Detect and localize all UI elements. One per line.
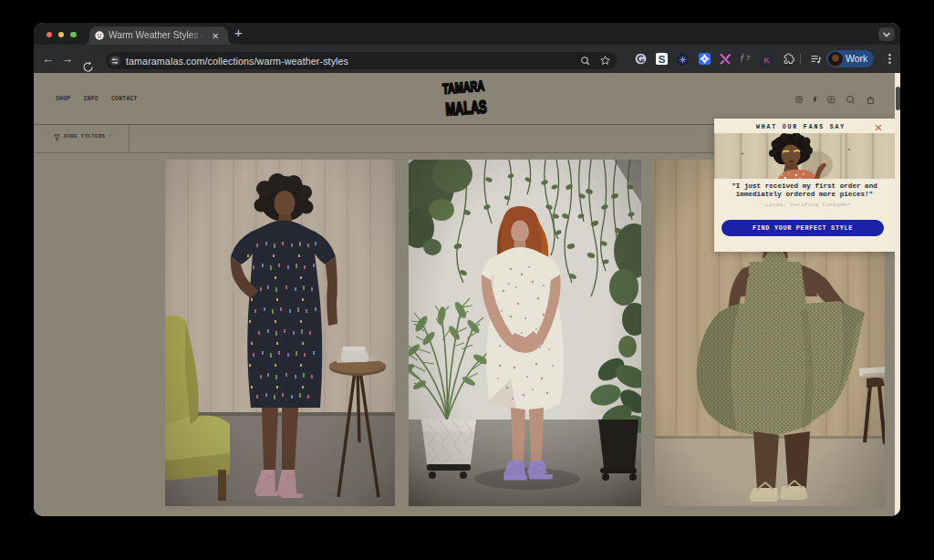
svg-text:TAMARA: TAMARA (442, 78, 485, 97)
svg-text:K: K (763, 56, 770, 65)
svg-text:MALAS: MALAS (445, 97, 487, 119)
svg-text:S: S (659, 53, 666, 65)
